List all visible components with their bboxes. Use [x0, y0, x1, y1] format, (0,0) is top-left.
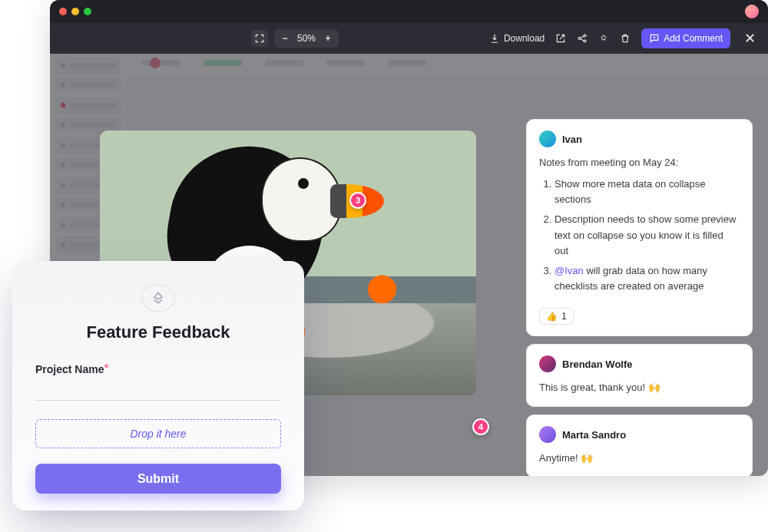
comment-card: Marta Sandro Anytime! 🙌 [526, 415, 753, 476]
reaction-button[interactable]: 👍 1 [539, 308, 574, 325]
share-button[interactable] [577, 33, 588, 44]
comment-author: Brendan Wolfe [562, 359, 633, 370]
window-minimize-icon[interactable] [71, 8, 79, 15]
comment-list-item: Description needs to show some preview t… [554, 212, 740, 258]
zoom-controls: − 50% + [274, 29, 339, 48]
comment-list: Show more meta data on collapse sections… [554, 177, 740, 294]
user-avatar[interactable] [745, 5, 759, 18]
field-label-text: Project Name [35, 363, 104, 375]
annotation-pin-4[interactable]: 4 [472, 418, 489, 435]
comment-avatar [539, 355, 556, 372]
window-zoom-icon[interactable] [84, 8, 91, 15]
comment-card: Ivan Notes from meeting on May 24: Show … [526, 119, 753, 336]
external-link-icon [555, 33, 566, 44]
zoom-in-button[interactable]: + [322, 32, 334, 45]
zoom-out-button[interactable]: − [279, 32, 291, 45]
download-button[interactable]: Download [489, 33, 545, 44]
toolbar: − 50% + Download [50, 23, 768, 54]
dropzone[interactable]: Drop it here [35, 419, 281, 448]
field-label: Project Name* [35, 362, 281, 376]
fullscreen-button[interactable] [251, 30, 268, 47]
toolbar-actions: Download [489, 28, 759, 48]
comment-avatar [539, 426, 556, 443]
reaction-emoji: 👍 [546, 311, 558, 322]
share-icon [577, 33, 588, 44]
annotation-pin-3[interactable]: 3 [349, 192, 366, 209]
comment-body: Notes from meeting on May 24: Show more … [539, 155, 740, 294]
delete-button[interactable] [620, 33, 631, 44]
download-label: Download [504, 33, 545, 44]
submit-button[interactable]: Submit [35, 464, 281, 494]
comment-list-item: Show more meta data on collapse sections [554, 177, 740, 207]
required-indicator: * [104, 362, 108, 375]
open-external-button[interactable] [555, 33, 566, 44]
brand-icon [151, 290, 166, 306]
form-title: Feature Feedback [35, 322, 281, 342]
brand-logo [141, 284, 175, 312]
fullscreen-icon [254, 33, 265, 44]
comments-panel: Ivan Notes from meeting on May 24: Show … [526, 119, 753, 468]
comment-body: This is great, thank you! 🙌 [539, 380, 740, 395]
reaction-count: 1 [561, 311, 567, 322]
add-comment-button[interactable]: Add Comment [641, 28, 730, 48]
trash-icon [620, 33, 631, 44]
comment-body: Anytime! 🙌 [539, 451, 740, 466]
comment-list-item: @Ivan will grab data on how many checkli… [554, 263, 740, 294]
zoom-level: 50% [297, 33, 316, 44]
form-card: Feature Feedback Project Name* Drop it h… [12, 261, 304, 511]
close-panel-button[interactable]: ✕ [741, 30, 759, 47]
comment-plus-icon [649, 33, 660, 44]
comment-author: Marta Sandro [562, 429, 626, 441]
add-comment-label: Add Comment [664, 33, 723, 44]
window-controls [59, 8, 91, 15]
comment-intro: Notes from meeting on May 24: [539, 155, 740, 170]
comment-author: Ivan [562, 134, 582, 145]
pin-icon [598, 33, 609, 44]
project-name-input[interactable] [35, 381, 281, 401]
download-icon [489, 33, 500, 44]
comment-avatar [539, 131, 556, 147]
comment-card: Brendan Wolfe This is great, thank you! … [526, 344, 753, 407]
pin-button[interactable] [598, 33, 609, 44]
window-close-icon[interactable] [59, 8, 67, 15]
mention[interactable]: @Ivan [554, 265, 584, 276]
titlebar [50, 0, 768, 23]
